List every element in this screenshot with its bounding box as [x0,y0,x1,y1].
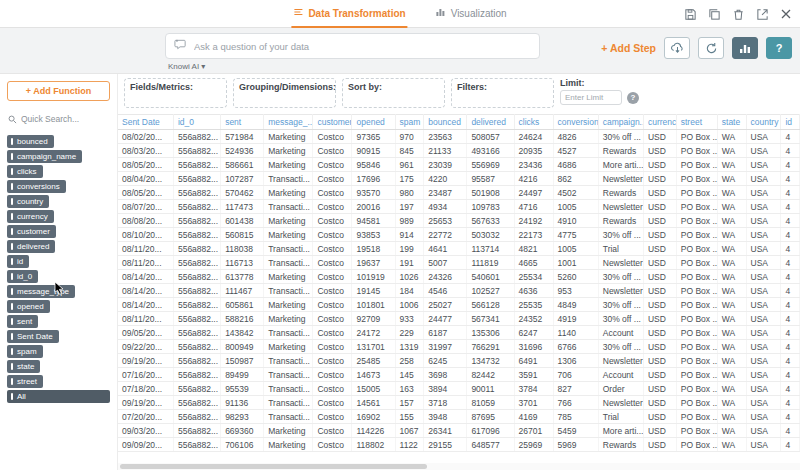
column-header-delivered[interactable]: delivered [467,115,514,130]
table-row[interactable]: 07/18/20...556a882...95539Transacti...Co… [118,382,800,396]
table-row[interactable]: 08/05/20...556a882...586661MarketingCost… [118,158,800,172]
table-row[interactable]: 07/16/20...556a882...89499Transacti...Co… [118,368,800,382]
table-row[interactable]: 09/03/20...556a882...669360MarketingCost… [118,424,800,438]
column-header-bounced[interactable]: bounced [424,115,467,130]
grouping-dimensions-dropzone[interactable]: Grouping/Dimensions: [233,78,336,108]
cloud-download-button[interactable] [664,37,690,59]
sidebar-item-clicks[interactable]: clicks [7,165,43,178]
engine-selector[interactable]: Knowi AI ▾ [168,62,205,71]
cell: 91136 [221,396,264,410]
limit-help-icon[interactable]: ? [627,92,639,104]
sidebar-item-country[interactable]: country [7,195,49,208]
table-row[interactable]: 09/19/20...556a882...150987Transacti...C… [118,354,800,368]
table-row[interactable]: 09/05/20...556a882...143842Transacti...C… [118,326,800,340]
table-row[interactable]: 08/08/20...556a882...601438MarketingCost… [118,214,800,228]
sidebar-item-id[interactable]: id [7,255,29,268]
column-header-currency[interactable]: currency [643,115,676,130]
cell: Marketing [264,186,313,200]
cell: 23436 [514,158,553,172]
query-actions: + Add Step ? [601,37,792,59]
cell: 1122 [395,438,424,452]
column-header-customer[interactable]: customer [313,115,352,130]
fields-metrics-dropzone[interactable]: Fields/Metrics: [124,78,227,108]
sidebar-item-customer[interactable]: customer [7,225,56,238]
filters-dropzone[interactable]: Filters: [451,78,554,108]
table-row[interactable]: 09/22/20...556a882...800949MarketingCost… [118,340,800,354]
table-row[interactable]: 08/04/20...556a882...107287Transacti...C… [118,172,800,186]
help-button[interactable]: ? [766,37,792,59]
table-row[interactable]: 08/05/20...556a882...570462MarketingCost… [118,186,800,200]
ask-question-input[interactable] [194,41,531,52]
table-row[interactable]: 08/11/20...556a882...588216MarketingCost… [118,312,800,326]
table-row[interactable]: 08/11/20...556a882...118038Transacti...C… [118,242,800,256]
table-row[interactable]: 09/09/20...556a882...706106MarketingCost… [118,438,800,452]
export-icon[interactable] [756,8,769,21]
sidebar-item-currency[interactable]: currency [7,210,54,223]
column-header-conversions[interactable]: conversions [553,115,598,130]
limit-input[interactable] [560,90,622,105]
column-header-message[interactable]: message_... [264,115,313,130]
scrollbar-thumb[interactable] [120,464,427,469]
table-row[interactable]: 08/02/20...556a882...571984MarketingCost… [118,130,800,144]
tab-visualization[interactable]: Visualization [434,0,509,28]
column-header-country[interactable]: country [746,115,781,130]
table-row[interactable]: 09/19/20...556a882...91136Transacti...Co… [118,396,800,410]
sidebar-item-sent[interactable]: sent [7,315,38,328]
close-icon[interactable] [780,8,792,20]
sidebar-item-street[interactable]: street [7,375,43,388]
column-header-sent-date[interactable]: Sent Date [118,115,173,130]
cell: USD [643,298,676,312]
table-row[interactable]: 08/10/20...556a882...560815MarketingCost… [118,228,800,242]
refresh-button[interactable] [698,37,724,59]
cell: 95587 [467,172,514,186]
column-header-id-0[interactable]: id_0 [173,115,220,130]
cell: 4546 [424,284,467,298]
cell: 08/05/20... [118,186,173,200]
table-row[interactable]: 08/07/20...556a882...117473Transacti...C… [118,200,800,214]
tab-data-transformation[interactable]: Data Transformation [291,0,407,28]
sidebar-item-all[interactable]: All [7,390,110,403]
cell: USD [643,256,676,270]
cell: 08/11/20... [118,312,173,326]
add-step-button[interactable]: + Add Step [601,42,656,54]
sidebar-item-bounced[interactable]: bounced [7,135,54,148]
table-row[interactable]: 08/11/20...556a882...116713Transacti...C… [118,256,800,270]
cell: 25969 [514,438,553,452]
table-row[interactable]: 08/14/20...556a882...613778MarketingCost… [118,270,800,284]
cell: 4 [781,270,800,284]
table-row[interactable]: 08/14/20...556a882...605861MarketingCost… [118,298,800,312]
save-icon[interactable] [684,8,697,21]
sidebar-item-sent-date[interactable]: Sent Date [7,330,59,343]
column-header-clicks[interactable]: clicks [514,115,553,130]
field-label: country [17,195,43,208]
sidebar-item-message-type[interactable]: message_type [7,285,75,298]
column-header-street[interactable]: street [676,115,717,130]
sidebar-item-opened[interactable]: opened [7,300,50,313]
sort-by-dropzone[interactable]: Sort by: [342,78,445,108]
quick-search[interactable] [7,108,110,130]
copy-icon[interactable] [708,8,721,21]
add-function-button[interactable]: + Add Function [7,81,110,101]
column-header-sent[interactable]: sent [221,115,264,130]
cell: 09/22/20... [118,340,173,354]
column-header-state[interactable]: state [717,115,746,130]
sidebar-item-state[interactable]: state [7,360,40,373]
horizontal-scrollbar[interactable] [118,463,800,470]
column-header-campaign[interactable]: campaign... [598,115,643,130]
trash-icon[interactable] [732,8,745,21]
quick-search-input[interactable] [21,114,106,124]
ask-question-box[interactable] [165,33,540,59]
column-header-opened[interactable]: opened [352,115,395,130]
field-icon [11,363,13,370]
sidebar-item-id-0[interactable]: id_0 [7,270,38,283]
sidebar-item-conversions[interactable]: conversions [7,180,66,193]
sidebar-item-delivered[interactable]: delivered [7,240,55,253]
table-row[interactable]: 08/03/20...556a882...524936MarketingCost… [118,144,800,158]
table-row[interactable]: 07/20/20...556a882...98293Transacti...Co… [118,410,800,424]
table-row[interactable]: 08/14/20...556a882...111467Transacti...C… [118,284,800,298]
sidebar-item-spam[interactable]: spam [7,345,43,358]
chart-settings-button[interactable] [732,37,758,59]
column-header-spam[interactable]: spam [395,115,424,130]
column-header-id[interactable]: id [781,115,800,130]
sidebar-item-campaign-name[interactable]: campaign_name [7,150,82,163]
